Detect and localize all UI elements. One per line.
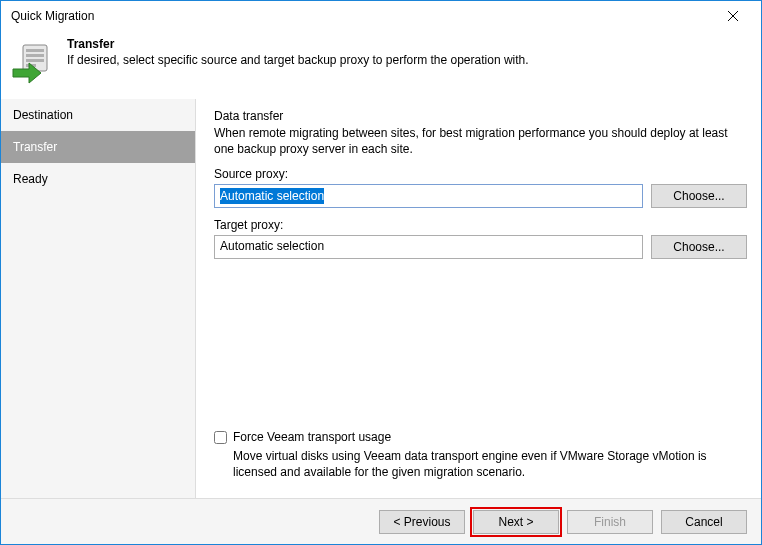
body: Destination Transfer Ready Data transfer… xyxy=(1,99,761,498)
transfer-icon xyxy=(11,41,55,85)
source-proxy-input[interactable]: Automatic selection xyxy=(214,184,643,208)
header-text: Transfer If desired, select specific sou… xyxy=(67,37,529,67)
window: Quick Migration Transfer If desired, sel… xyxy=(0,0,762,545)
force-transport-label[interactable]: Force Veeam transport usage xyxy=(233,430,391,444)
section-desc: When remote migrating between sites, for… xyxy=(214,125,747,157)
svg-rect-5 xyxy=(26,59,44,62)
content: Data transfer When remote migrating betw… xyxy=(196,99,761,498)
finish-button: Finish xyxy=(567,510,653,534)
svg-rect-3 xyxy=(26,49,44,52)
source-choose-button[interactable]: Choose... xyxy=(651,184,747,208)
svg-rect-4 xyxy=(26,54,44,57)
target-proxy-row: Automatic selection Choose... xyxy=(214,235,747,259)
section-label: Data transfer xyxy=(214,109,747,123)
sidebar-item-destination[interactable]: Destination xyxy=(1,99,195,131)
footer: < Previous Next > Finish Cancel xyxy=(1,498,761,544)
force-transport-checkbox[interactable] xyxy=(214,431,227,444)
source-proxy-label: Source proxy: xyxy=(214,167,747,181)
next-button[interactable]: Next > xyxy=(473,510,559,534)
header-desc: If desired, select specific source and t… xyxy=(67,53,529,67)
force-transport-row: Force Veeam transport usage xyxy=(214,430,747,444)
header-title: Transfer xyxy=(67,37,529,51)
previous-button[interactable]: < Previous xyxy=(379,510,465,534)
window-title: Quick Migration xyxy=(11,9,94,23)
source-proxy-row: Automatic selection Choose... xyxy=(214,184,747,208)
target-proxy-input[interactable]: Automatic selection xyxy=(214,235,643,259)
force-transport-desc: Move virtual disks using Veeam data tran… xyxy=(233,448,747,480)
titlebar: Quick Migration xyxy=(1,1,761,31)
close-icon xyxy=(728,11,738,21)
target-proxy-label: Target proxy: xyxy=(214,218,747,232)
target-choose-button[interactable]: Choose... xyxy=(651,235,747,259)
cancel-button[interactable]: Cancel xyxy=(661,510,747,534)
svg-rect-2 xyxy=(23,45,47,71)
sidebar-item-ready[interactable]: Ready xyxy=(1,163,195,195)
close-button[interactable] xyxy=(713,4,753,28)
sidebar: Destination Transfer Ready xyxy=(1,99,196,498)
header: Transfer If desired, select specific sou… xyxy=(1,31,761,99)
sidebar-item-transfer[interactable]: Transfer xyxy=(1,131,195,163)
